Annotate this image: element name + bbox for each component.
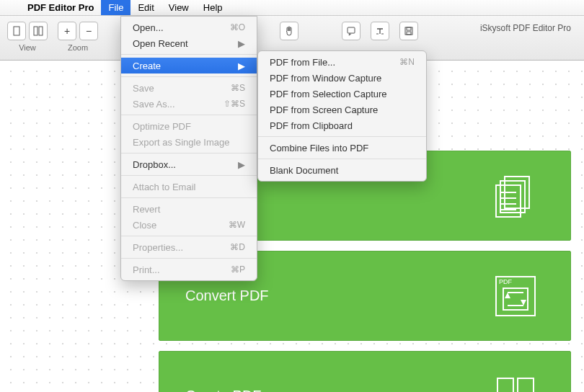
zoom-label: Zoom (68, 43, 88, 52)
app-name: PDF Editor Pro (20, 2, 101, 13)
zoom-out-button[interactable]: − (79, 22, 98, 40)
file-open[interactable]: Open...⌘O (121, 19, 257, 35)
submenu-arrow-icon: ▶ (238, 159, 245, 170)
file-attach-email: Attach to Email (121, 179, 257, 195)
svg-text:PDF: PDF (499, 278, 513, 285)
create-from-screen[interactable]: PDF from Screen Capture (258, 102, 426, 117)
file-save: Save⌘S (121, 80, 257, 96)
file-export-image: Export as Single Image (121, 134, 257, 150)
svg-rect-0 (14, 27, 19, 35)
menu-file[interactable]: File (101, 0, 130, 15)
panel-convert-title: Convert PDF (185, 288, 269, 304)
file-menu: Open...⌘O Open Recent▶ Create▶ Save⌘S Sa… (120, 16, 257, 281)
file-revert: Revert (121, 201, 257, 217)
note-tool-button[interactable] (342, 22, 360, 40)
menu-view[interactable]: View (162, 0, 196, 15)
create-from-selection[interactable]: PDF from Selection Capture (258, 86, 426, 102)
create-from-clipboard[interactable]: PDF from Clipboard (258, 117, 426, 133)
file-close: Close⌘W (121, 217, 257, 233)
file-print: Print...⌘P (121, 262, 257, 277)
create-combine[interactable]: Combine Files into PDF (258, 140, 426, 156)
create-submenu: PDF from File...⌘N PDF from Window Captu… (257, 50, 427, 182)
svg-rect-1 (34, 27, 37, 35)
file-properties: Properties...⌘D (121, 239, 257, 255)
file-save-as: Save As...⇧⌘S (121, 96, 257, 112)
panel-create-pdf[interactable]: Create PDF (159, 351, 571, 392)
zoom-in-button[interactable]: + (58, 22, 76, 40)
svg-rect-6 (407, 32, 411, 35)
submenu-arrow-icon: ▶ (238, 38, 245, 49)
save-tool-button[interactable] (399, 22, 418, 40)
svg-rect-2 (39, 27, 43, 35)
file-dropbox[interactable]: Dropbox...▶ (121, 156, 257, 172)
panel-create-title: Create PDF (185, 388, 262, 392)
file-create[interactable]: Create▶ (121, 58, 257, 74)
submenu-arrow-icon: ▶ (238, 61, 245, 71)
file-optimize: Optimize PDF (121, 118, 257, 134)
text-tool-button[interactable] (371, 22, 389, 40)
create-grid-icon (487, 368, 544, 393)
hand-tool-button[interactable] (280, 22, 298, 40)
menu-help[interactable]: Help (196, 0, 230, 15)
svg-rect-5 (407, 27, 411, 30)
create-from-window[interactable]: PDF from Window Capture (258, 70, 426, 86)
svg-rect-3 (348, 27, 355, 33)
convert-icon: PDF (487, 267, 544, 325)
file-open-recent[interactable]: Open Recent▶ (121, 35, 257, 51)
menu-edit[interactable]: Edit (130, 0, 161, 15)
svg-rect-19 (497, 378, 513, 393)
window-title: iSkysoft PDF Editor Pro (480, 23, 571, 33)
svg-rect-16 (503, 288, 528, 310)
view-single-page-button[interactable] (7, 22, 26, 40)
menubar: PDF Editor Pro File Edit View Help (0, 0, 584, 16)
create-from-file[interactable]: PDF from File...⌘N (258, 54, 426, 70)
document-stack-icon (487, 167, 544, 225)
view-two-page-button[interactable] (29, 22, 48, 40)
view-label: View (19, 43, 36, 52)
create-blank[interactable]: Blank Document (258, 162, 426, 178)
svg-rect-20 (518, 378, 534, 393)
